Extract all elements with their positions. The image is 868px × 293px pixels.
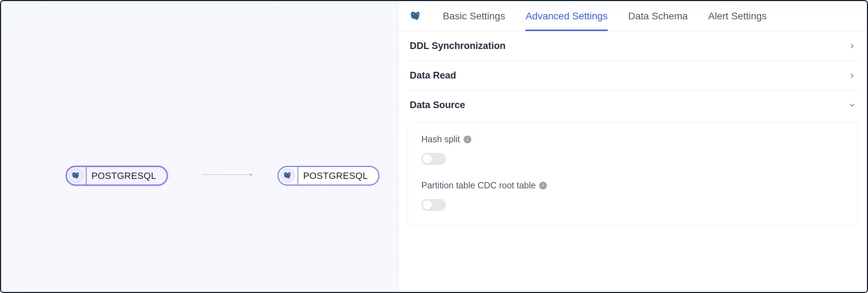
toggle-knob — [423, 200, 432, 210]
partition-cdc-label: Partition table CDC root table — [421, 180, 536, 191]
app-root: POSTGRESQL POSTGRESQL — [0, 0, 868, 293]
svg-point-6 — [413, 14, 414, 15]
elephant-icon — [71, 171, 81, 180]
pipeline-canvas[interactable]: POSTGRESQL POSTGRESQL — [1, 1, 398, 292]
partition-cdc-toggle[interactable] — [421, 199, 446, 211]
svg-point-4 — [286, 174, 286, 175]
field-partition-cdc: Partition table CDC root table i — [421, 180, 844, 211]
postgresql-icon — [409, 10, 422, 23]
svg-point-0 — [74, 174, 75, 175]
info-icon[interactable]: i — [464, 136, 471, 143]
field-hash-split: Hash split i — [421, 134, 844, 165]
postgresql-icon — [281, 169, 295, 183]
chevron-down-icon — [849, 102, 856, 109]
toggle-knob — [423, 154, 432, 163]
section-title: Data Source — [410, 100, 465, 111]
tab-advanced-settings[interactable]: Advanced Settings — [525, 1, 608, 31]
hash-split-label: Hash split — [421, 134, 460, 144]
section-ddl-synchronization[interactable]: DDL Synchronization — [408, 31, 858, 61]
target-node[interactable]: POSTGRESQL — [277, 166, 379, 186]
postgresql-icon — [69, 169, 83, 183]
target-node-label: POSTGRESQL — [303, 170, 368, 181]
section-title: DDL Synchronization — [410, 40, 506, 51]
elephant-icon — [410, 10, 422, 22]
info-icon[interactable]: i — [539, 182, 547, 189]
tab-bar: Basic Settings Advanced Settings Data Sc… — [398, 1, 867, 31]
svg-marker-3 — [250, 174, 253, 176]
tab-basic-settings[interactable]: Basic Settings — [443, 1, 505, 31]
svg-point-1 — [77, 174, 78, 175]
chevron-right-icon — [849, 72, 856, 79]
tab-alert-settings[interactable]: Alert Settings — [708, 1, 767, 31]
chevron-right-icon — [849, 43, 856, 50]
field-label: Hash split i — [421, 134, 844, 144]
tab-data-schema[interactable]: Data Schema — [628, 1, 688, 31]
hash-split-toggle[interactable] — [421, 153, 446, 165]
node-divider — [86, 167, 87, 185]
sections-container: DDL Synchronization Data Read Data Sourc… — [398, 31, 867, 225]
section-title: Data Read — [410, 70, 456, 81]
field-label: Partition table CDC root table i — [421, 180, 844, 191]
edge-arrow — [177, 173, 279, 176]
section-data-source[interactable]: Data Source — [408, 91, 858, 120]
node-divider — [298, 167, 298, 185]
svg-point-7 — [417, 14, 419, 15]
source-node-label: POSTGRESQL — [91, 170, 156, 181]
svg-point-5 — [289, 174, 290, 175]
section-data-read[interactable]: Data Read — [408, 61, 858, 91]
source-node[interactable]: POSTGRESQL — [66, 166, 168, 186]
elephant-icon — [283, 171, 292, 180]
data-source-body: Hash split i Partition table CDC root ta… — [408, 122, 858, 225]
settings-panel: Basic Settings Advanced Settings Data Sc… — [398, 1, 867, 292]
